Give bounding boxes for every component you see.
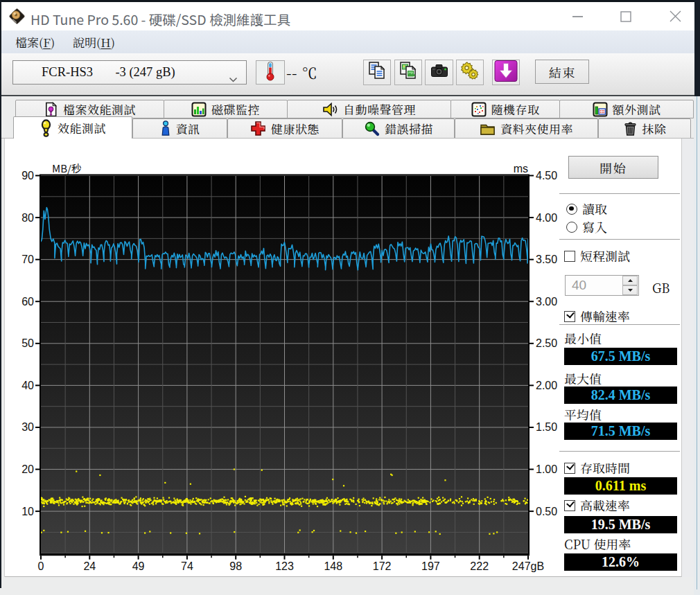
svg-text:98: 98 bbox=[229, 560, 242, 572]
tab-random-access[interactable]: 隨機存取 bbox=[450, 100, 560, 118]
tab-info[interactable]: 資訊 bbox=[132, 118, 227, 139]
cpu-usage-label: CPU 使用率 bbox=[564, 538, 631, 551]
drive-select-combobox[interactable]: FCR-HS3 -3 (247 gB) bbox=[12, 60, 247, 85]
tab-strip: 檔案效能測試 磁碟監控 自動噪聲管理 隨機存取 bbox=[1, 100, 694, 138]
menu-help-label-suffix: ) bbox=[111, 33, 115, 51]
maximize-button[interactable] bbox=[609, 2, 643, 30]
tab-label: 效能測試 bbox=[58, 119, 106, 136]
svg-text:247gB: 247gB bbox=[512, 560, 544, 572]
menu-file[interactable]: 檔案(F) bbox=[8, 33, 62, 51]
checkbox-checked-icon bbox=[564, 463, 575, 474]
tab-label: 磁碟監控 bbox=[211, 100, 260, 118]
health-cross-icon bbox=[250, 121, 266, 136]
magnifier-icon bbox=[364, 121, 380, 136]
settings-button[interactable] bbox=[456, 60, 484, 85]
burst-rate-label: 高載速率 bbox=[580, 499, 630, 512]
menu-file-accelerator: F bbox=[43, 33, 51, 51]
app-icon bbox=[8, 8, 26, 28]
tab-folder-usage[interactable]: 資料夾使用率 bbox=[455, 118, 598, 139]
exit-button[interactable]: 結束 bbox=[535, 60, 589, 84]
tab-error-scan[interactable]: 錯誤掃描 bbox=[342, 118, 455, 139]
benchmark-page: 9080706050403020104.504.003.503.002.502.… bbox=[5, 138, 694, 577]
tab-health[interactable]: 健康狀態 bbox=[227, 118, 342, 139]
tab-aam[interactable]: 自動噪聲管理 bbox=[287, 100, 451, 118]
svg-text:MB/秒: MB/秒 bbox=[52, 161, 82, 175]
access-time-label: 存取時間 bbox=[580, 461, 630, 474]
svg-text:1.50: 1.50 bbox=[536, 421, 557, 433]
spin-down-button[interactable] bbox=[622, 285, 638, 295]
tab-label: 資訊 bbox=[176, 120, 200, 137]
spin-up-button[interactable] bbox=[622, 276, 638, 285]
read-radio-label: 讀取 bbox=[582, 202, 607, 215]
copy-text-button[interactable] bbox=[363, 60, 391, 85]
average-label: 平均值 bbox=[564, 408, 602, 421]
minimum-label: 最小值 bbox=[564, 332, 602, 345]
tab-disk-monitor[interactable]: 磁碟監控 bbox=[164, 100, 288, 118]
window-accent-line bbox=[697, 96, 697, 589]
svg-text:3.50: 3.50 bbox=[536, 254, 557, 265]
temperature-button[interactable] bbox=[256, 60, 285, 85]
checkbox-icon bbox=[564, 251, 575, 262]
temperature-value: -- bbox=[286, 62, 297, 83]
start-button[interactable]: 開始 bbox=[568, 156, 658, 179]
tab-label: 健康狀態 bbox=[271, 120, 320, 137]
checkbox-checked-icon bbox=[564, 311, 575, 322]
transfer-rate-checkbox[interactable]: 傳輸速率 bbox=[564, 310, 630, 323]
speaker-icon bbox=[322, 102, 338, 117]
extra-tests-icon bbox=[593, 102, 608, 117]
short-stroke-label: 短程測試 bbox=[580, 249, 630, 263]
maximum-label: 最大值 bbox=[564, 372, 602, 385]
short-stroke-checkbox[interactable]: 短程測試 bbox=[564, 249, 630, 263]
svg-text:ms: ms bbox=[514, 163, 528, 175]
minimize-button[interactable] bbox=[560, 2, 595, 30]
svg-text:10: 10 bbox=[21, 506, 34, 517]
capacity-spinner[interactable]: 40 bbox=[565, 275, 639, 296]
svg-text:3.00: 3.00 bbox=[536, 296, 557, 308]
svg-text:40: 40 bbox=[21, 380, 34, 391]
disk-monitor-icon bbox=[191, 102, 207, 117]
svg-text:90: 90 bbox=[21, 170, 34, 181]
tab-label: 額外測試 bbox=[613, 100, 661, 118]
minimum-value: 67.5 MB/s bbox=[564, 348, 677, 365]
tab-benchmark[interactable]: 效能測試 bbox=[13, 116, 132, 139]
svg-text:30: 30 bbox=[21, 421, 34, 433]
tab-extra-tests[interactable]: 額外測試 bbox=[559, 100, 694, 118]
menu-file-label: 檔案( bbox=[15, 33, 43, 51]
screenshot-button[interactable] bbox=[425, 60, 453, 85]
temperature-readout: -- ℃ bbox=[286, 60, 317, 85]
benchmark-bulb-icon bbox=[40, 119, 53, 137]
access-time-checkbox[interactable]: 存取時間 bbox=[564, 461, 630, 474]
separator bbox=[559, 324, 680, 326]
tab-erase[interactable]: 抹除 bbox=[598, 118, 691, 139]
read-radio[interactable]: 讀取 bbox=[566, 202, 607, 215]
download-arrow-icon bbox=[494, 60, 518, 85]
tab-label: 隨機存取 bbox=[491, 100, 540, 118]
write-radio[interactable]: 寫入 bbox=[566, 220, 607, 233]
window-title: HD Tune Pro 5.60 - 硬碟/SSD 檢測維護工具 bbox=[30, 9, 290, 29]
menu-help[interactable]: 說明(H) bbox=[66, 33, 122, 51]
average-value: 71.5 MB/s bbox=[564, 423, 677, 440]
tab-label: 自動噪聲管理 bbox=[343, 100, 416, 118]
maximum-value: 82.4 MB/s bbox=[564, 387, 677, 404]
file-benchmark-icon bbox=[44, 102, 58, 117]
toolbar: FCR-HS3 -3 (247 gB) -- ℃ bbox=[1, 53, 694, 96]
copy-image-button[interactable] bbox=[394, 60, 422, 85]
plot-svg: 9080706050403020104.504.003.503.002.502.… bbox=[19, 162, 545, 572]
close-button[interactable] bbox=[658, 2, 692, 30]
gears-icon bbox=[460, 61, 480, 84]
hd-tune-window: HD Tune Pro 5.60 - 硬碟/SSD 檢測維護工具 檔案(F) 說… bbox=[0, 0, 700, 595]
svg-text:222: 222 bbox=[470, 560, 489, 572]
window-border-right bbox=[694, 0, 700, 96]
gb-unit-label: GB bbox=[652, 278, 670, 296]
radio-selected-icon bbox=[566, 204, 577, 215]
tab-label: 檔案效能測試 bbox=[63, 100, 136, 118]
update-button[interactable] bbox=[492, 60, 520, 85]
chevron-down-icon bbox=[229, 70, 238, 86]
copy-image-icon bbox=[399, 61, 418, 84]
random-access-icon bbox=[471, 102, 487, 117]
burst-rate-checkbox[interactable]: 高載速率 bbox=[564, 499, 630, 512]
tab-file-benchmark[interactable]: 檔案效能測試 bbox=[15, 100, 164, 118]
separator bbox=[559, 239, 680, 240]
menu-file-label-suffix: ) bbox=[51, 33, 55, 51]
svg-text:20: 20 bbox=[21, 463, 34, 475]
